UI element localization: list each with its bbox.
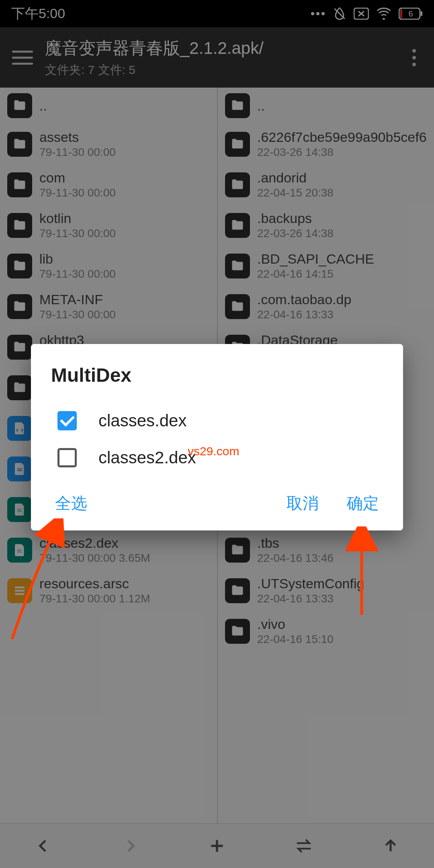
dialog-item-label: classes.dex — [98, 411, 186, 430]
ok-button[interactable]: 确定 — [347, 492, 379, 514]
dialog-item-label: classes2.dex — [98, 448, 196, 467]
watermark-text: vs29.com — [188, 444, 239, 458]
dialog-item-0[interactable]: classes.dex — [51, 402, 383, 439]
dialog-actions: 全选 取消 确定 — [51, 492, 383, 514]
select-all-button[interactable]: 全选 — [55, 492, 87, 514]
checkbox-unchecked-icon[interactable] — [57, 448, 77, 467]
dialog-title: MultiDex — [51, 364, 383, 386]
checkbox-checked-icon[interactable] — [57, 411, 77, 430]
multidex-dialog: MultiDex classes.dex classes2.dex vs29.c… — [31, 344, 403, 530]
cancel-button[interactable]: 取消 — [287, 492, 319, 514]
